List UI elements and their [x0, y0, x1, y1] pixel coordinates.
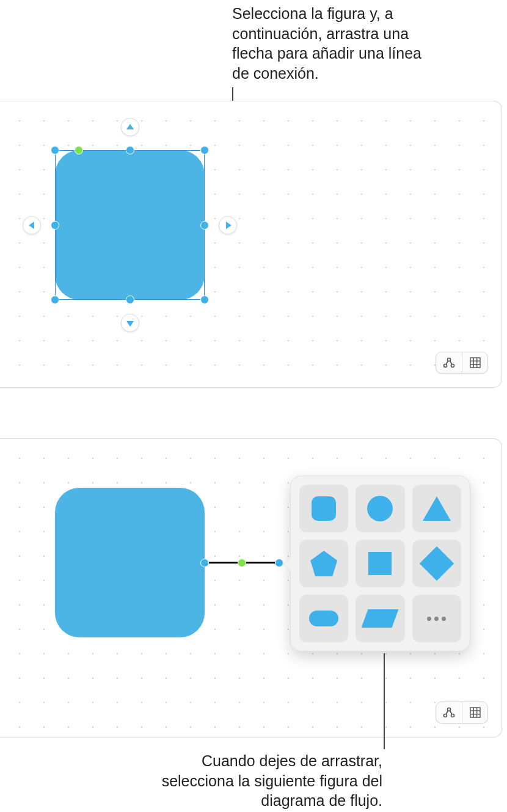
shape-option-circle[interactable] [356, 485, 404, 532]
grid-icon [470, 707, 481, 718]
resize-handle[interactable] [126, 295, 134, 304]
callout-bottom: Cuando dejes de arrastrar, selecciona la… [150, 751, 382, 811]
svg-point-0 [448, 358, 451, 361]
resize-handle[interactable] [200, 295, 209, 304]
parallelogram-icon [362, 609, 399, 628]
arrow-up-icon [126, 124, 134, 129]
diagram-mode-button[interactable] [436, 352, 462, 373]
shape-option-triangle[interactable] [412, 485, 461, 532]
svg-rect-3 [470, 358, 480, 368]
diagram-icon [443, 707, 455, 718]
more-icon [427, 617, 446, 621]
canvas-panel-2 [0, 438, 502, 738]
shape-option-diamond[interactable] [412, 540, 461, 587]
connection-arrow-down[interactable] [121, 314, 139, 332]
arrow-down-icon [126, 321, 134, 327]
grid-toggle-button[interactable] [462, 702, 487, 723]
canvas-panel-1 [0, 101, 502, 388]
line-endpoint[interactable] [200, 559, 209, 567]
grid-toggle-button[interactable] [462, 352, 487, 373]
capsule-icon [309, 611, 338, 626]
svg-rect-7 [470, 708, 480, 717]
arrow-left-icon [29, 222, 34, 229]
connection-arrow-right[interactable] [219, 216, 237, 234]
resize-handle[interactable] [51, 295, 59, 304]
line-midpoint[interactable] [238, 559, 246, 567]
canvas-toolbar [436, 352, 488, 374]
square-icon [368, 552, 392, 575]
svg-point-4 [448, 708, 451, 711]
shape-option-pentagon[interactable] [299, 540, 348, 587]
circle-icon [367, 496, 393, 521]
callout-leader-bottom [384, 653, 385, 749]
diagram-mode-button[interactable] [436, 702, 462, 723]
grid-icon [470, 357, 481, 368]
shape-option-more[interactable] [412, 595, 461, 642]
shape-option-capsule[interactable] [299, 595, 348, 642]
shape-option-square[interactable] [356, 540, 404, 587]
shape-picker-popover [290, 476, 470, 651]
arrow-right-icon [226, 222, 232, 229]
shape-option-parallelogram[interactable] [356, 595, 404, 642]
canvas-toolbar [436, 701, 488, 723]
resize-handle[interactable] [51, 221, 59, 230]
line-endpoint[interactable] [275, 559, 283, 567]
resize-handle[interactable] [51, 146, 59, 154]
triangle-icon [423, 496, 451, 521]
diamond-icon [420, 546, 454, 581]
selected-shape[interactable] [55, 150, 205, 300]
rounded-square-shape [55, 150, 205, 300]
resize-handle[interactable] [200, 146, 209, 154]
corner-radius-handle[interactable] [75, 146, 83, 154]
rounded-square-shape[interactable] [55, 488, 205, 637]
callout-top: Selecciona la figura y, a continuación, … [232, 4, 428, 83]
connection-arrow-left[interactable] [23, 216, 41, 234]
diagram-icon [443, 357, 455, 368]
connection-arrow-up[interactable] [121, 118, 139, 136]
shape-option-rounded-square[interactable] [299, 485, 348, 532]
resize-handle[interactable] [200, 221, 209, 230]
pentagon-icon [310, 551, 337, 576]
resize-handle[interactable] [126, 146, 134, 154]
rounded-square-icon [312, 496, 336, 521]
